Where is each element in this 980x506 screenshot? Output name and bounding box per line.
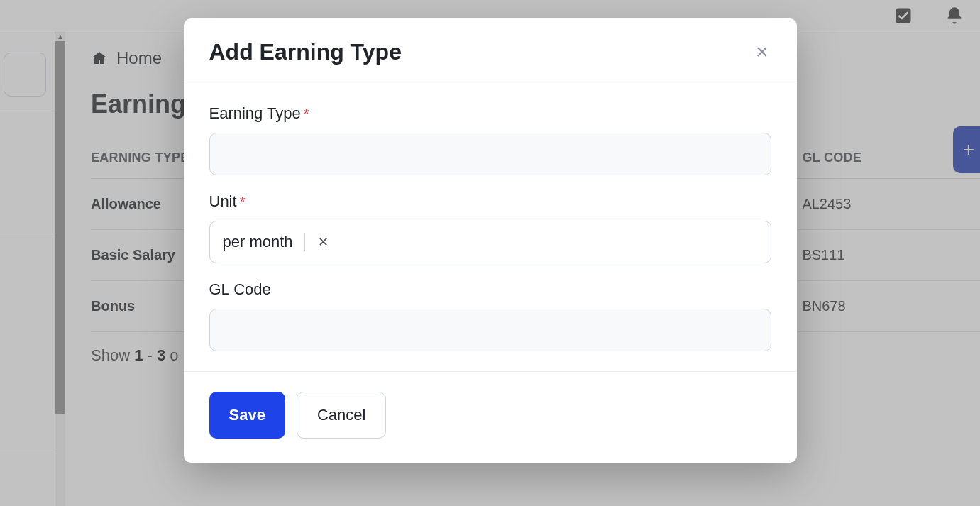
unit-tag-input[interactable]: per month ✕ [209, 221, 771, 263]
unit-tag: per month ✕ [219, 230, 336, 254]
field-unit: Unit* per month ✕ [209, 192, 771, 263]
add-earning-type-modal: Add Earning Type × Earning Type* Unit* p… [184, 18, 797, 463]
cancel-button[interactable]: Cancel [297, 392, 386, 439]
modal-header: Add Earning Type × [184, 18, 797, 84]
field-earning-type: Earning Type* [209, 104, 771, 175]
required-asterisk: * [304, 106, 309, 121]
field-gl-code: GL Code [209, 280, 771, 351]
modal-body: Earning Type* Unit* per month ✕ GL Code [184, 84, 797, 371]
gl-code-input[interactable] [209, 309, 771, 351]
close-icon[interactable]: × [753, 38, 771, 65]
label-earning-type: Earning Type* [209, 104, 771, 123]
label-unit: Unit* [209, 192, 771, 211]
modal-title: Add Earning Type [209, 39, 402, 65]
earning-type-input[interactable] [209, 133, 771, 175]
label-gl-code: GL Code [209, 280, 771, 299]
required-asterisk: * [240, 194, 246, 209]
save-button[interactable]: Save [209, 392, 285, 439]
tag-divider [304, 233, 305, 251]
modal-footer: Save Cancel [184, 371, 797, 463]
label-text: Unit [209, 192, 237, 210]
remove-tag-icon[interactable]: ✕ [314, 233, 333, 251]
label-text: Earning Type [209, 104, 301, 122]
unit-tag-label: per month [223, 233, 293, 251]
